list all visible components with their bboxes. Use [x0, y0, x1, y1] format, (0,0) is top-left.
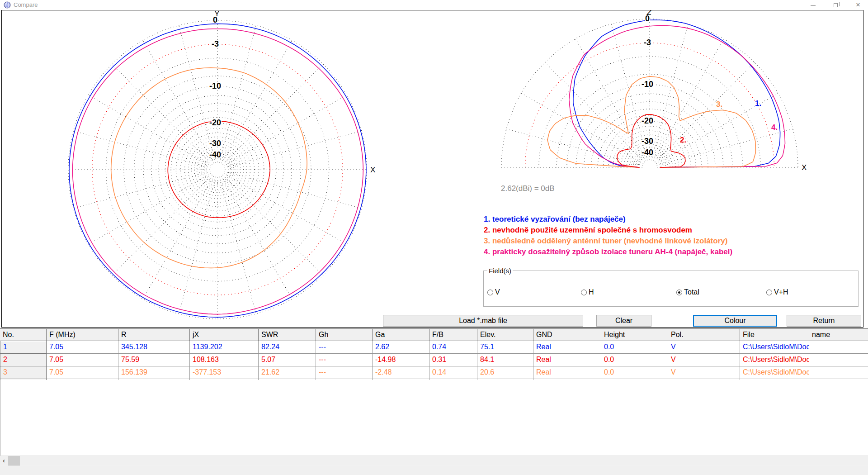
grid-ring: [124, 76, 311, 263]
radio-label: Total: [684, 288, 699, 296]
field-radio-h[interactable]: H: [581, 288, 594, 296]
table-cell: C:\Users\SidloM\Doc: [740, 341, 809, 354]
table-cell: Real: [533, 366, 601, 379]
table-cell: 7.05: [47, 354, 118, 366]
table-cell: 1: [0, 341, 47, 354]
table-cell: 84.1: [477, 354, 533, 366]
table-header-cell: SWR: [259, 329, 316, 341]
table-cell: C:\Users\SidloM\Doc: [740, 366, 809, 379]
radio-circle-icon[interactable]: [676, 290, 682, 295]
ring-db-label: -10: [642, 80, 653, 89]
minimize-icon[interactable]: [804, 0, 822, 10]
load-mab-file-button[interactable]: Load *.mab file: [383, 315, 583, 327]
window-title: Compare: [14, 1, 38, 8]
pattern-curve-4: [73, 29, 363, 314]
table-row[interactable]: 37.05156.139-377.15321.62----2.480.1420.…: [0, 366, 868, 379]
field-radio-vplush[interactable]: V+H: [766, 288, 788, 296]
scrollbar-thumb[interactable]: [8, 456, 20, 466]
table-cell: 0.0: [601, 366, 668, 379]
grid-spoke: [506, 129, 642, 166]
pattern-curve-4: [569, 26, 785, 168]
axis-top-label: Y: [214, 10, 219, 18]
fields-groupbox: Field(s) VHTotalV+H: [483, 271, 859, 307]
curve-number-label: 1.: [755, 99, 761, 108]
legend-item: 1. teoretické vyzařování (bez napáječe): [484, 215, 732, 226]
grid-spoke: [225, 171, 362, 208]
table-cell: V: [668, 366, 740, 379]
grid-spoke: [88, 95, 211, 166]
pattern-curve-2: [168, 121, 270, 218]
grid-spoke: [545, 62, 644, 162]
curve-number-label: 3.: [716, 100, 722, 109]
table-cell: 108.163: [190, 354, 259, 366]
grid-ring: [609, 126, 691, 167]
table-cell: Real: [533, 341, 601, 354]
field-radio-total[interactable]: Total: [676, 288, 699, 296]
curve-number-label: 4.: [771, 123, 778, 132]
colour-button[interactable]: Colour: [693, 315, 777, 327]
table-cell: 0.0: [601, 354, 668, 366]
close-icon[interactable]: ×: [849, 0, 867, 10]
ring-db-label: -30: [209, 139, 221, 148]
table-header-cell: R: [118, 329, 190, 341]
grid-spoke: [219, 177, 256, 314]
table-header-cell: GND: [533, 329, 601, 341]
ring-db-label: -40: [209, 150, 221, 159]
radio-label: V: [495, 288, 500, 296]
radio-circle-icon[interactable]: [487, 290, 493, 295]
table-row[interactable]: 27.0575.59108.1635.07----14.980.3184.1Re…: [0, 354, 868, 366]
table-header-cell: Elev.: [477, 329, 533, 341]
return-button[interactable]: Return: [787, 315, 861, 327]
table-cell: ---: [316, 354, 373, 366]
table-cell: 75.1: [477, 341, 533, 354]
table-cell: ---: [316, 341, 373, 354]
table-cell: 0.14: [429, 366, 477, 379]
grid-spoke: [112, 175, 212, 276]
title-bar: Compare ×: [0, 0, 868, 10]
radio-label: V+H: [774, 288, 788, 296]
grid-spoke: [221, 40, 292, 163]
app-globe-icon: [4, 1, 11, 9]
scroll-left-icon[interactable]: ‹: [0, 456, 8, 466]
grid-ring: [206, 158, 229, 181]
grid-spoke: [143, 40, 214, 163]
table-cell: 7.05: [47, 341, 118, 354]
table-cell: 1139.202: [190, 341, 259, 354]
horizontal-scrollbar[interactable]: ‹: [0, 456, 868, 465]
table-cell: -2.48: [373, 366, 429, 379]
restore-icon[interactable]: [826, 0, 844, 10]
table-cell: 0.74: [429, 341, 477, 354]
table-header-row: No.F (MHz)RjXSWRGhGaF/BElev.GNDHeightPol…: [0, 329, 868, 341]
table-header-cell: Ga: [373, 329, 429, 341]
chart-panel: 0-3-10-20-30-40YX0-3-10-20-30-40ZX 2.62(…: [1, 10, 863, 328]
ring-db-label: -40: [642, 148, 653, 157]
status-strip: [0, 466, 868, 475]
table-cell: 2.62: [373, 341, 429, 354]
fields-groupbox-title: Field(s): [487, 267, 513, 275]
gain-reference-note: 2.62(dBi) = 0dB: [501, 184, 555, 193]
table-header-cell: File: [740, 329, 809, 341]
field-radio-v[interactable]: V: [487, 288, 500, 296]
results-table-empty-area: [0, 380, 868, 456]
table-cell: 20.6: [477, 366, 533, 379]
axis-right-label: X: [802, 163, 807, 172]
grid-ring: [204, 157, 230, 182]
table-header-cell: Gh: [316, 329, 373, 341]
clear-button[interactable]: Clear: [596, 315, 651, 327]
table-row[interactable]: 17.05345.1281139.20282.24---2.620.7475.1…: [0, 341, 868, 354]
table-cell: -377.153: [190, 366, 259, 379]
table-cell: 345.128: [118, 341, 190, 354]
radio-circle-icon[interactable]: [766, 290, 772, 295]
table-cell: Real: [533, 354, 601, 366]
pattern-curve-3: [111, 68, 307, 268]
table-cell: 0.31: [429, 354, 477, 366]
table-cell: -14.98: [373, 354, 429, 366]
radio-circle-icon[interactable]: [581, 290, 587, 295]
ring-db-label: -20: [209, 118, 221, 127]
pattern-legend: 1. teoretické vyzařování (bez napáječe)2…: [484, 215, 732, 258]
table-cell: ---: [316, 366, 373, 379]
table-cell: [809, 366, 868, 379]
table-header-cell: Height: [601, 329, 668, 341]
ring-db-label: -30: [642, 137, 653, 146]
table-header-cell: F/B: [429, 329, 477, 341]
